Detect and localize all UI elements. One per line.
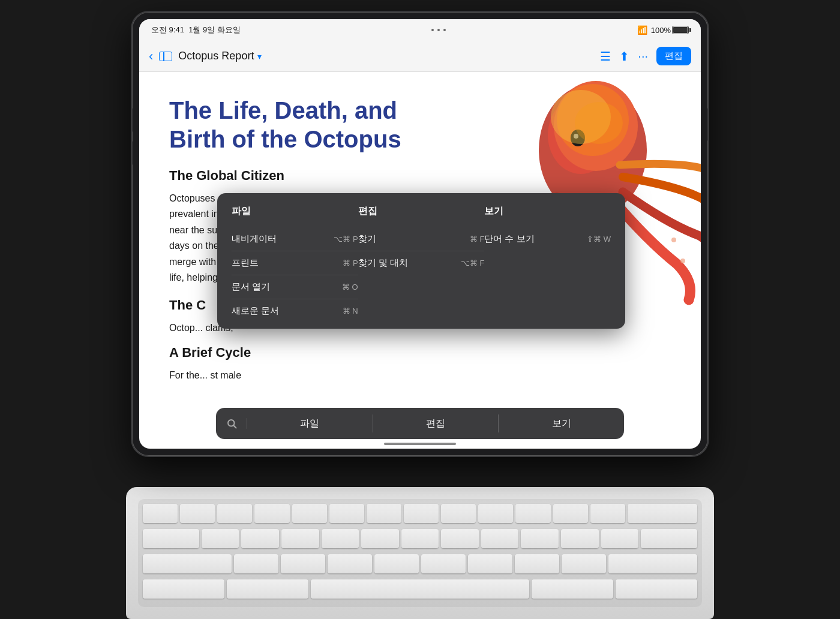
key[interactable] <box>374 554 419 573</box>
dot3 <box>443 29 446 31</box>
menubar: 파일 편집 보기 <box>216 408 624 439</box>
menu-category-edit: 편집 <box>358 205 485 218</box>
keyboard-base <box>126 487 714 619</box>
key[interactable] <box>561 529 599 548</box>
key[interactable] <box>521 529 559 548</box>
menu-columns: 파일 내비게이터 ⌥⌘ P 프린트 ⌘ P 문서 열기 ⌘ O 새로운 문서 <box>217 205 625 323</box>
svg-line-13 <box>233 426 236 428</box>
status-time: 오전 9:41 1월 9일 화요일 <box>151 25 241 35</box>
menu-item-findreplace[interactable]: 찾기 및 대치 ⌥⌘ F <box>358 251 485 275</box>
key[interactable] <box>468 554 512 573</box>
key[interactable] <box>227 579 308 599</box>
key[interactable] <box>361 529 399 548</box>
menu-item-wordcount[interactable]: 단어 수 보기 ⇧⌘ W <box>484 227 611 251</box>
more-icon[interactable]: ··· <box>638 49 648 63</box>
key[interactable] <box>590 504 625 523</box>
key[interactable] <box>608 554 697 573</box>
power-button[interactable] <box>707 108 708 141</box>
key[interactable] <box>616 579 697 599</box>
context-menu: 파일 내비게이터 ⌥⌘ P 프린트 ⌘ P 문서 열기 ⌘ O 새로운 문서 <box>217 193 625 329</box>
key[interactable] <box>404 504 439 523</box>
menu-item-wordcount-shortcut: ⇧⌘ W <box>587 235 611 244</box>
menubar-search-icon[interactable] <box>216 418 247 429</box>
toolbar-left: ‹ Octopus Report ▾ <box>149 49 262 64</box>
status-bar: 오전 9:41 1월 9일 화요일 📶 100% <box>139 19 701 41</box>
key[interactable] <box>254 504 289 523</box>
menu-category-file: 파일 <box>232 205 358 218</box>
edit-button[interactable]: 편집 <box>656 47 691 65</box>
menu-item-print[interactable]: 프린트 ⌘ P <box>232 251 358 275</box>
toolbar: ‹ Octopus Report ▾ ☰ ⬆ ··· 편집 <box>139 41 701 72</box>
key[interactable] <box>143 504 178 523</box>
key[interactable] <box>217 504 252 523</box>
key[interactable] <box>367 504 401 523</box>
menu-item-wordcount-label: 단어 수 보기 <box>484 233 534 245</box>
key[interactable] <box>322 529 359 548</box>
menubar-edit[interactable]: 편집 <box>373 408 499 439</box>
document-title: Octopus Report <box>178 50 254 62</box>
ipad-screen: 오전 9:41 1월 9일 화요일 📶 100% ‹ <box>139 19 701 449</box>
menu-item-navigator[interactable]: 내비게이터 ⌥⌘ P <box>232 227 358 251</box>
key[interactable] <box>143 554 232 573</box>
menubar-view[interactable]: 보기 <box>499 408 624 439</box>
key[interactable] <box>441 529 479 548</box>
key[interactable] <box>281 529 319 548</box>
back-button[interactable]: ‹ <box>149 49 153 64</box>
key[interactable] <box>601 529 639 548</box>
status-right-icons: 📶 100% <box>637 25 689 35</box>
menubar-file[interactable]: 파일 <box>247 408 373 439</box>
key[interactable] <box>478 504 513 523</box>
volume-down-button[interactable] <box>132 141 133 165</box>
key[interactable] <box>401 529 439 548</box>
key[interactable] <box>328 554 372 573</box>
key[interactable] <box>628 504 697 523</box>
key[interactable] <box>329 504 364 523</box>
key[interactable] <box>143 579 224 599</box>
menu-column-file: 파일 내비게이터 ⌥⌘ P 프린트 ⌘ P 문서 열기 ⌘ O 새로운 문서 <box>232 205 358 323</box>
svg-point-8 <box>680 259 685 263</box>
key[interactable] <box>515 504 550 523</box>
section3-body: For the... st male <box>169 368 460 383</box>
key[interactable] <box>562 554 606 573</box>
key[interactable] <box>292 504 327 523</box>
menu-item-find-label: 찾기 <box>358 233 376 245</box>
key[interactable] <box>481 529 519 548</box>
key[interactable] <box>281 554 325 573</box>
document-main-title: The Life, Death, and Birth of the Octopu… <box>169 96 445 154</box>
menu-column-view: 보기 단어 수 보기 ⇧⌘ W <box>484 205 611 323</box>
menu-item-navigator-label: 내비게이터 <box>232 233 277 245</box>
key[interactable] <box>202 529 239 548</box>
spacebar-key[interactable] <box>311 579 529 599</box>
key[interactable] <box>641 529 697 548</box>
menu-item-findreplace-shortcut: ⌥⌘ F <box>461 259 485 268</box>
menu-item-new[interactable]: 새로운 문서 ⌘ N <box>232 299 358 323</box>
menu-item-find-shortcut: ⌘ F <box>470 235 485 244</box>
key[interactable] <box>441 504 476 523</box>
svg-point-9 <box>671 238 676 242</box>
list-icon[interactable]: ☰ <box>600 49 611 64</box>
document-title-container[interactable]: Octopus Report ▾ <box>178 50 262 62</box>
sidebar-icon <box>159 52 172 61</box>
menu-item-open-label: 문서 열기 <box>232 281 270 293</box>
battery-indicator: 100% <box>651 26 689 35</box>
battery-icon <box>672 26 689 34</box>
menu-item-open[interactable]: 문서 열기 ⌘ O <box>232 275 358 299</box>
key[interactable] <box>532 579 613 599</box>
menu-item-print-shortcut: ⌘ P <box>343 259 358 268</box>
status-center-dots <box>431 29 446 31</box>
key[interactable] <box>180 504 215 523</box>
sidebar-toggle-button[interactable] <box>159 52 172 61</box>
key[interactable] <box>241 529 279 548</box>
menu-item-navigator-shortcut: ⌥⌘ P <box>334 235 358 244</box>
menu-item-new-label: 새로운 문서 <box>232 305 279 317</box>
share-icon[interactable]: ⬆ <box>619 49 629 64</box>
key[interactable] <box>143 529 199 548</box>
key[interactable] <box>553 504 588 523</box>
menu-item-find[interactable]: 찾기 ⌘ F <box>358 227 485 251</box>
key[interactable] <box>515 554 559 573</box>
volume-up-button[interactable] <box>132 108 133 132</box>
key[interactable] <box>421 554 466 573</box>
menu-item-new-shortcut: ⌘ N <box>343 307 358 315</box>
menu-category-view: 보기 <box>484 205 611 218</box>
key[interactable] <box>234 554 278 573</box>
